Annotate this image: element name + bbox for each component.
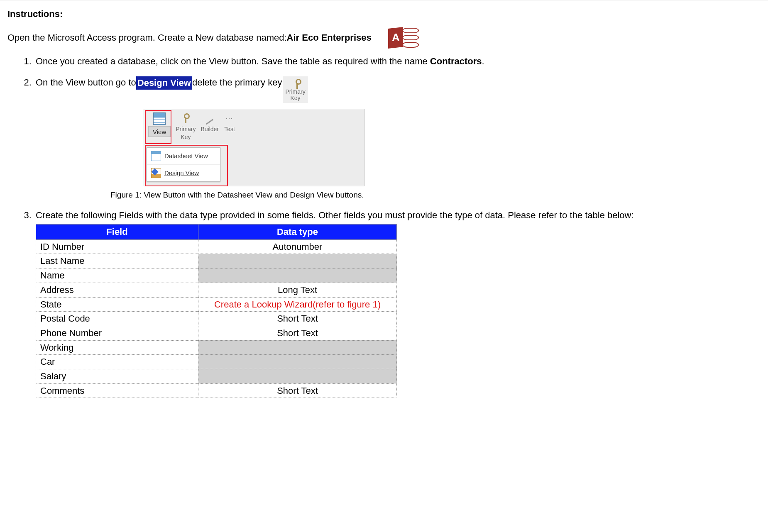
step1-prefix: Once you created a database, click on th… — [36, 56, 430, 66]
step2-highlight: Design View — [136, 76, 192, 90]
pk-label-primary: Primary — [285, 89, 305, 95]
cell-type: Short Text — [198, 312, 397, 326]
ribbon-test-item[interactable]: Test — [222, 111, 237, 135]
ribbon-bar: View Primary Key Builder Test — [144, 109, 364, 146]
ribbon-builder-item[interactable]: Builder — [199, 111, 220, 135]
cell-field: Car — [36, 355, 198, 369]
table-row: AddressLong Text — [36, 283, 397, 297]
cell-type — [198, 369, 397, 383]
cell-type — [198, 340, 397, 355]
table-row: Name — [36, 268, 397, 283]
table-row: Last Name — [36, 254, 397, 268]
ms-access-icon — [388, 28, 419, 48]
key-icon — [291, 78, 300, 89]
step2-pre: On the View button go to — [36, 76, 136, 89]
fields-table: Field Data type ID NumberAutonumber Last… — [36, 224, 397, 398]
pk-label-key: Key — [290, 95, 300, 101]
grid-icon — [153, 112, 166, 125]
cell-field: Name — [36, 268, 198, 283]
step1-bold: Contractors — [430, 56, 482, 66]
table-row: CommentsShort Text — [36, 383, 397, 398]
cell-type: Autonumber — [198, 239, 397, 254]
instruction-steps: Once you created a database, click on th… — [7, 55, 761, 398]
ribbon-key-label: Key — [181, 133, 191, 141]
ribbon-primary-label: Primary — [176, 125, 196, 133]
table-row: Car — [36, 355, 397, 369]
design-view-icon — [151, 168, 161, 178]
key-icon — [180, 112, 191, 124]
step3-intro-text: Create the following Fields with the dat… — [36, 209, 761, 222]
cell-field: Working — [36, 340, 198, 355]
cell-type: Long Text — [198, 283, 397, 297]
figure-1-caption: Figure 1: View Button with the Datasheet… — [110, 190, 761, 200]
menu-design-label: Design View — [164, 169, 199, 177]
document-page: Instructions: Open the Microsoft Access … — [0, 0, 768, 532]
datasheet-icon — [151, 151, 161, 161]
intro-dbname: Air Eco Enterprises — [287, 32, 372, 44]
ribbon-view-label: View — [148, 126, 171, 137]
menu-design-view[interactable]: Design View — [147, 164, 220, 181]
cell-type: Short Text — [198, 326, 397, 340]
fields-table-header-field: Field — [36, 225, 198, 240]
cell-field: Postal Code — [36, 312, 198, 326]
step-1: Once you created a database, click on th… — [34, 55, 761, 68]
primary-key-thumb: Primary Key — [283, 76, 308, 102]
instructions-heading: Instructions: — [7, 8, 761, 20]
step2-post: delete the primary key — [192, 76, 282, 89]
table-row: StateCreate a Lookup Wizard(refer to fig… — [36, 297, 397, 312]
table-row: Phone NumberShort Text — [36, 326, 397, 340]
menu-datasheet-label: Datasheet View — [164, 152, 208, 160]
intro-prefix: Open the Microsoft Access program. Creat… — [7, 32, 287, 44]
cell-field: Address — [36, 283, 198, 297]
cell-field: Comments — [36, 383, 198, 398]
fields-table-header-datatype: Data type — [198, 225, 397, 240]
menu-datasheet-view[interactable]: Datasheet View — [147, 148, 220, 164]
step-2: On the View button go to Design View del… — [34, 76, 761, 200]
step-3: Create the following Fields with the dat… — [34, 209, 761, 398]
cell-field: Salary — [36, 369, 198, 383]
table-row: Postal CodeShort Text — [36, 312, 397, 326]
table-row: Working — [36, 340, 397, 355]
figure-1-ribbon: View Primary Key Builder Test — [144, 109, 364, 186]
cell-type: Short Text — [198, 383, 397, 398]
ribbon-builder-label: Builder — [201, 125, 219, 133]
cell-field: Last Name — [36, 254, 198, 268]
ellipsis-icon — [224, 112, 235, 124]
cell-field: Phone Number — [36, 326, 198, 340]
step1-suffix: . — [482, 56, 484, 66]
ribbon-primary-key-item[interactable]: Primary Key — [174, 111, 197, 143]
ribbon-view-item[interactable]: View — [147, 111, 172, 139]
cell-type — [198, 355, 397, 369]
table-row: ID NumberAutonumber — [36, 239, 397, 254]
view-dropdown-menu: Datasheet View Design View — [147, 147, 220, 182]
cell-field: State — [36, 297, 198, 312]
cell-type — [198, 254, 397, 268]
cell-type — [198, 268, 397, 283]
cell-field: ID Number — [36, 239, 198, 254]
cell-type: Create a Lookup Wizard(refer to figure 1… — [198, 297, 397, 312]
intro-paragraph: Open the Microsoft Access program. Creat… — [7, 28, 761, 48]
wand-icon — [204, 112, 215, 124]
table-row: Salary — [36, 369, 397, 383]
ribbon-test-label: Test — [224, 125, 235, 133]
